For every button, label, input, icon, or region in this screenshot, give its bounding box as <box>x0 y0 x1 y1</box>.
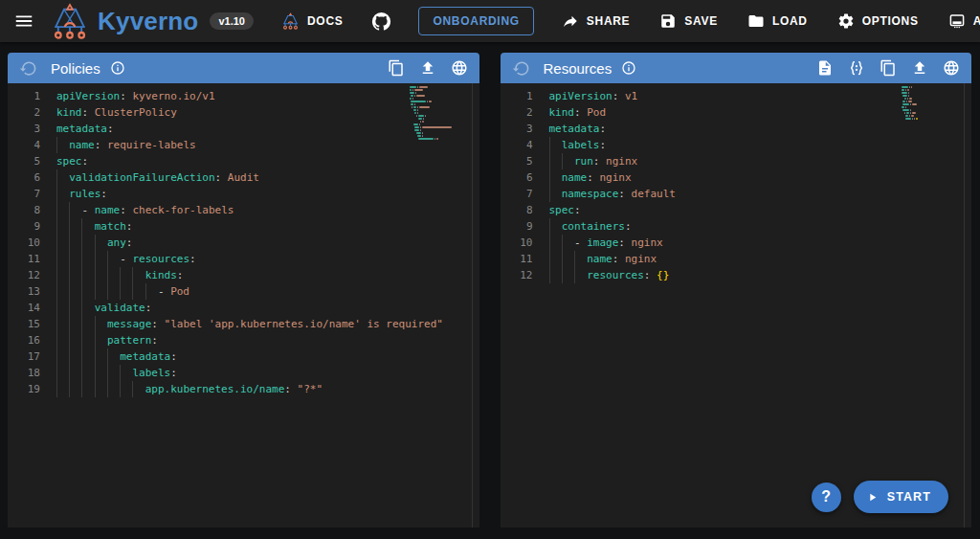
line-number: 6 <box>501 169 533 186</box>
code-line[interactable]: 16pattern: <box>8 332 479 348</box>
code-line[interactable]: 6validationFailureAction: Audit <box>8 169 479 186</box>
globe-icon[interactable] <box>943 59 960 77</box>
menu-button[interactable] <box>13 10 34 33</box>
line-number: 3 <box>501 121 533 137</box>
line-number: 9 <box>501 218 533 235</box>
code-line[interactable]: 8spec: <box>501 202 972 218</box>
line-number: 8 <box>501 202 533 218</box>
line-number: 10 <box>501 235 533 251</box>
start-label: START <box>887 490 931 504</box>
code-line[interactable]: 15message: "label 'app.kubernetes.io/nam… <box>8 316 479 332</box>
policies-panel-header: Policies <box>8 53 479 83</box>
line-number: 11 <box>501 251 533 267</box>
code-line[interactable]: 11name: nginx <box>501 251 972 267</box>
code-line[interactable]: 8- name: check-for-labels <box>8 202 479 218</box>
code-line[interactable]: 7namespace: default <box>501 186 972 202</box>
line-number: 12 <box>501 267 533 283</box>
info-icon[interactable] <box>621 60 636 76</box>
line-number: 7 <box>501 186 533 202</box>
line-number: 5 <box>8 153 40 169</box>
advanced-window-icon <box>948 12 966 30</box>
github-icon <box>370 11 392 33</box>
line-number: 2 <box>501 104 533 121</box>
policies-title: Policies <box>51 60 100 77</box>
code-line[interactable]: 17metadata: <box>8 348 479 365</box>
kyverno-logo-icon <box>50 2 90 40</box>
code-line[interactable]: 12kinds: <box>8 267 479 283</box>
advanced-label: ADVANCED <box>973 14 980 28</box>
code-line[interactable]: 13- Pod <box>8 283 479 300</box>
policies-actions <box>388 59 468 77</box>
line-number: 2 <box>8 104 40 121</box>
start-button[interactable]: START <box>854 481 948 513</box>
help-button[interactable]: ? <box>812 483 841 512</box>
play-icon <box>866 491 879 504</box>
code-line[interactable]: 9containers: <box>501 218 972 235</box>
resources-editor[interactable]: 1apiVersion: v12kind: Pod3metadata:4labe… <box>501 83 972 528</box>
policies-editor[interactable]: 1apiVersion: kyverno.io/v12kind: Cluster… <box>8 83 479 528</box>
code-line[interactable]: 10any: <box>8 235 479 251</box>
upload-icon[interactable] <box>911 59 928 77</box>
share-button[interactable]: SHARE <box>560 7 633 35</box>
code-brackets-icon[interactable] <box>848 59 865 77</box>
main-content: Policies 1apiVersion: kyverno.io/v12kind… <box>0 42 980 533</box>
advanced-button[interactable]: ADVANCED <box>947 7 980 35</box>
onboarding-button[interactable]: ONBOARDING <box>418 7 533 35</box>
load-button[interactable]: LOAD <box>746 7 810 35</box>
overview-ruler <box>964 83 971 528</box>
code-line[interactable]: 12resources: {} <box>501 267 972 283</box>
line-number: 14 <box>8 300 40 316</box>
code-line[interactable]: 11- resources: <box>8 251 479 267</box>
overview-ruler <box>472 83 479 528</box>
code-line[interactable]: 18labels: <box>8 365 479 381</box>
restore-icon[interactable] <box>512 59 530 78</box>
line-number: 3 <box>8 121 40 137</box>
line-number: 8 <box>8 202 40 218</box>
share-label: SHARE <box>587 14 631 28</box>
docs-button[interactable]: DOCS <box>279 7 345 35</box>
globe-icon[interactable] <box>451 59 468 77</box>
code-line[interactable]: 3metadata: <box>501 121 972 137</box>
save-icon <box>659 12 677 30</box>
code-line[interactable]: 7rules: <box>8 186 479 202</box>
code-line[interactable]: 6name: nginx <box>501 169 972 186</box>
menu-icon <box>13 11 34 32</box>
policies-panel: Policies 1apiVersion: kyverno.io/v12kind… <box>8 53 479 528</box>
copy-icon[interactable] <box>880 59 897 77</box>
line-number: 5 <box>501 153 533 169</box>
line-number: 15 <box>8 316 40 332</box>
save-button[interactable]: SAVE <box>657 7 720 35</box>
resources-actions <box>816 59 960 77</box>
code-line[interactable]: 14validate: <box>8 300 479 316</box>
info-icon[interactable] <box>110 60 125 76</box>
code-line[interactable]: 10- image: nginx <box>501 235 972 251</box>
code-line[interactable]: 19app.kubernetes.io/name: "?*" <box>8 381 479 397</box>
code-line[interactable]: 4labels: <box>501 137 972 153</box>
copy-icon[interactable] <box>388 59 405 77</box>
minimap[interactable] <box>902 86 961 121</box>
line-number: 19 <box>8 381 40 397</box>
brand-name: Kyverno <box>98 7 198 36</box>
resources-panel-header: Resources <box>501 53 972 83</box>
line-number: 13 <box>8 283 40 300</box>
line-number: 18 <box>8 365 40 381</box>
line-number: 4 <box>8 137 40 153</box>
app-header: Kyverno v1.10 DOCS ONBOARDING SHARE SAVE <box>0 0 980 42</box>
folder-icon <box>747 12 765 30</box>
options-button[interactable]: OPTIONS <box>835 7 921 35</box>
line-number: 11 <box>8 251 40 267</box>
brand: Kyverno v1.10 <box>50 2 254 40</box>
upload-icon[interactable] <box>419 59 436 77</box>
code-line[interactable]: 5run: nginx <box>501 153 972 169</box>
share-icon <box>562 12 579 30</box>
github-button[interactable] <box>370 11 392 33</box>
code-line[interactable]: 9match: <box>8 218 479 235</box>
minimap[interactable] <box>410 86 469 141</box>
code-line[interactable]: 5spec: <box>8 153 479 169</box>
restore-icon[interactable] <box>19 59 37 78</box>
line-number: 7 <box>8 186 40 202</box>
version-badge: v1.10 <box>210 12 254 30</box>
file-document-icon[interactable] <box>816 59 834 77</box>
kyverno-docs-icon <box>281 12 300 30</box>
line-number: 6 <box>8 169 40 186</box>
